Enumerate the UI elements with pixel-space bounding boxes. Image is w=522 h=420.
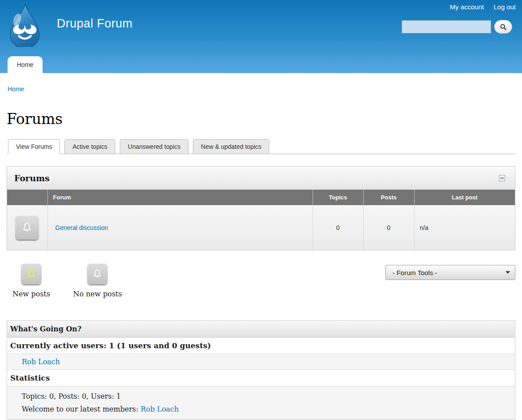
forum-icon-legend: New posts No new posts — [7, 264, 122, 298]
bell-new-icon — [25, 268, 37, 280]
log-out-link[interactable]: Log out — [494, 3, 516, 11]
statistics-line: Topics: 0, Posts: 0, Users: 1 — [22, 390, 512, 403]
tab-active-topics[interactable]: Active topics — [64, 139, 115, 154]
last-post-value: n/a — [414, 205, 515, 250]
forum-row-general-discussion: General discussion 0 0 n/a — [7, 205, 515, 250]
forum-tools-selected-option: - Forum Tools - — [392, 269, 437, 276]
tab-new-updated-topics[interactable]: New & updated topics — [193, 139, 269, 154]
forums-panel-header: Forums — [7, 167, 515, 190]
latest-member-link[interactable]: Rob Loach — [141, 405, 179, 413]
breadcrumb-home-link[interactable]: Home — [8, 86, 24, 93]
forum-link-general-discussion[interactable]: General discussion — [48, 224, 108, 231]
statistics-heading: Statistics — [7, 370, 515, 386]
search-icon — [500, 23, 507, 31]
main-menu-tab-home[interactable]: Home — [8, 56, 43, 73]
main-menu: Home — [8, 56, 43, 73]
legend-label-new-posts: New posts — [12, 290, 50, 298]
no-new-posts-badge — [87, 264, 108, 284]
column-header-last-post: Last post — [414, 190, 515, 205]
forum-table-header-row: Forum Topics Posts Last post — [7, 190, 515, 205]
search-input[interactable] — [402, 20, 491, 33]
column-header-topics: Topics — [313, 190, 363, 205]
new-posts-badge — [21, 264, 42, 284]
topics-count: 0 — [313, 205, 363, 250]
column-header-icon — [7, 190, 47, 205]
forum-tabs: View Forums Active topics Unanswered top… — [7, 139, 515, 154]
welcome-line: Welcome to our latest members: Rob Loach — [22, 403, 512, 416]
forums-panel-title: Forums — [14, 173, 50, 183]
column-header-forum: Forum — [47, 190, 313, 205]
drupal-logo-icon — [4, 4, 45, 47]
forum-table: Forum Topics Posts Last post General — [7, 190, 515, 250]
welcome-prefix: Welcome to our latest members: — [22, 405, 141, 413]
whats-going-on-title: What's Going On? — [7, 321, 515, 338]
breadcrumb: Home — [8, 86, 514, 93]
collapse-minus-icon[interactable] — [499, 175, 505, 181]
tab-view-forums[interactable]: View Forums — [8, 139, 60, 154]
active-user-link[interactable]: Rob Loach — [22, 358, 60, 366]
page-title: Forums — [7, 110, 515, 128]
chevron-down-icon — [506, 271, 510, 274]
bell-icon — [91, 268, 103, 280]
active-users-heading: Currently active users: 1 (1 users and 0… — [7, 338, 515, 354]
below-table-area: New posts No new posts - Forum Tools - — [7, 264, 515, 298]
tab-unanswered-topics[interactable]: Unanswered topics — [120, 139, 188, 154]
bell-icon — [20, 221, 34, 234]
legend-label-no-new-posts: No new posts — [73, 290, 122, 298]
legend-item-new-posts: New posts — [12, 264, 50, 298]
my-account-link[interactable]: My account — [450, 3, 484, 11]
site-name: Drupal Forum — [57, 17, 133, 31]
search-button[interactable] — [494, 20, 512, 34]
site-header: Drupal Forum My account Log out Home — [0, 0, 522, 73]
column-header-posts: Posts — [363, 190, 414, 205]
secondary-menu: My account Log out — [450, 3, 516, 11]
forum-tools-select[interactable]: - Forum Tools - — [385, 265, 515, 280]
posts-count: 0 — [363, 205, 414, 250]
whats-going-on-panel: What's Going On? Currently active users:… — [7, 320, 515, 420]
no-new-posts-badge — [15, 216, 39, 240]
search-area — [402, 20, 512, 34]
statistics-body: Topics: 0, Posts: 0, Users: 1 Welcome to… — [7, 386, 515, 419]
legend-item-no-new-posts: No new posts — [73, 264, 122, 298]
forums-panel: Forums Forum Topics Posts Last post — [7, 166, 515, 250]
active-users-list: Rob Loach — [7, 354, 515, 370]
